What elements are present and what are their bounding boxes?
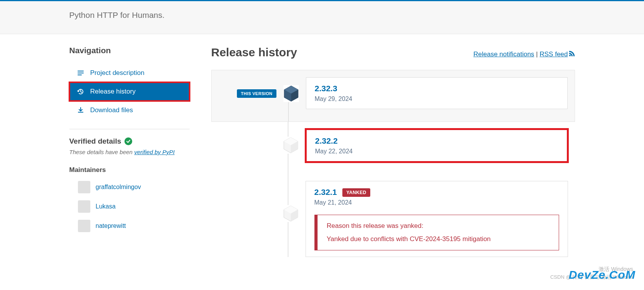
release-row[interactable]: 2.32.2 May 22, 2024 — [211, 122, 575, 174]
maintainer-link[interactable]: nateprewitt — [69, 220, 190, 232]
release-version: 2.32.2 — [315, 136, 338, 146]
release-row[interactable]: 2.32.1 YANKED May 21, 2024 Reason this r… — [211, 174, 575, 257]
nav-download-files[interactable]: Download files — [69, 101, 190, 120]
verified-heading: Verified details — [69, 137, 121, 146]
release-card[interactable]: 2.32.3 May 29, 2024 — [306, 77, 568, 109]
nav-item-label: Download files — [90, 106, 133, 114]
verified-sub: These details have been verified by PyPI — [69, 149, 190, 155]
release-version: 2.32.3 — [315, 84, 337, 93]
nav-heading: Navigation — [69, 46, 190, 55]
maintainer-link[interactable]: graffatcolmingov — [69, 181, 190, 193]
release-list: THIS VERSION 2.32.3 May 29, 2024 — [211, 70, 575, 257]
project-summary: Python HTTP for Humans. — [69, 10, 575, 20]
maintainer-name: graffatcolmingov — [96, 184, 141, 191]
release-date: May 29, 2024 — [315, 96, 559, 102]
maintainer-name: nateprewitt — [96, 222, 126, 229]
release-card[interactable]: 2.32.2 May 22, 2024 — [306, 129, 568, 162]
cube-icon — [283, 205, 299, 222]
history-icon — [77, 88, 84, 95]
release-version: 2.32.1 — [314, 188, 337, 197]
main-content: Release history Release notifications | … — [211, 46, 575, 257]
release-row-current[interactable]: THIS VERSION 2.32.3 May 29, 2024 — [211, 70, 575, 122]
rss-icon — [569, 50, 575, 59]
download-icon — [77, 107, 84, 114]
release-date: May 21, 2024 — [314, 199, 559, 206]
yank-reason-title: Reason this release was yanked: — [327, 222, 549, 230]
avatar — [78, 220, 90, 232]
yanked-badge: YANKED — [342, 188, 370, 197]
project-header: Python HTTP for Humans. — [0, 1, 644, 34]
verified-heading-row: Verified details — [69, 137, 190, 146]
maintainer-link[interactable]: Lukasa — [69, 200, 190, 213]
avatar — [78, 200, 90, 213]
rss-feed-link[interactable]: RSS feed — [540, 50, 575, 58]
maintainers-heading: Maintainers — [69, 166, 190, 174]
sidebar: Navigation Project description Release h… — [69, 46, 190, 257]
nav-item-label: Release history — [90, 88, 136, 96]
check-icon — [124, 137, 132, 145]
page-title: Release history — [211, 46, 297, 59]
list-icon — [77, 69, 84, 76]
verified-by-pypi-link[interactable]: verified by PyPI — [134, 149, 174, 155]
avatar — [78, 181, 90, 193]
this-version-badge: THIS VERSION — [237, 89, 276, 98]
release-card-yanked[interactable]: 2.32.1 YANKED May 21, 2024 Reason this r… — [306, 181, 568, 257]
yank-reason-box: Reason this release was yanked: Yanked d… — [314, 215, 559, 250]
release-date: May 22, 2024 — [315, 148, 558, 155]
nav-item-label: Project description — [90, 69, 145, 77]
nav-release-history[interactable]: Release history — [69, 82, 190, 101]
maintainer-name: Lukasa — [96, 203, 116, 210]
release-notifications-link[interactable]: Release notifications — [473, 50, 534, 58]
yank-reason-text: Yanked due to conflicts with CVE-2024-35… — [327, 235, 549, 243]
svg-point-0 — [569, 55, 571, 56]
release-links: Release notifications | RSS feed — [473, 50, 575, 59]
cube-icon — [283, 137, 299, 154]
nav-project-description[interactable]: Project description — [69, 64, 190, 82]
sidebar-divider — [69, 129, 190, 129]
main-header: Release history Release notifications | … — [211, 46, 575, 59]
cube-icon — [283, 85, 299, 102]
